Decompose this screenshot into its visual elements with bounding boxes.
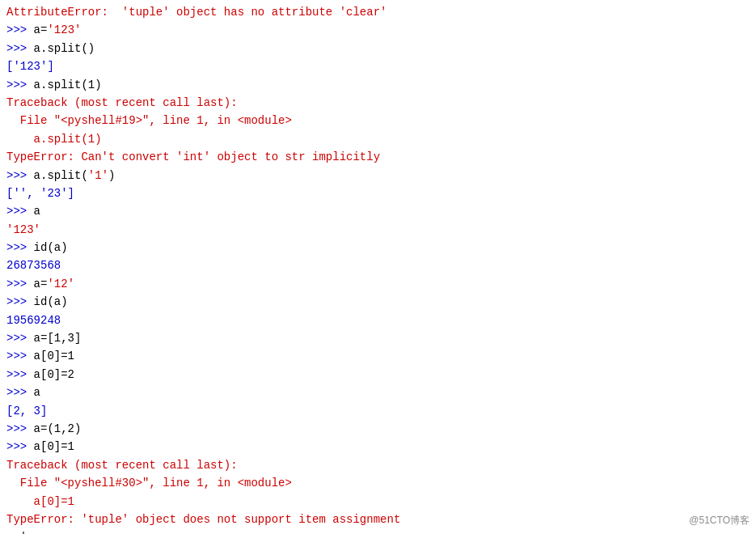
terminal-line: >>> a.split()	[6, 40, 750, 57]
terminal-window: AttributeError: 'tuple' object has no at…	[0, 0, 756, 534]
terminal-line: ['123']	[6, 57, 750, 75]
terminal-line: TypeError: 'tuple' object does not suppo…	[6, 511, 750, 528]
terminal-line: File "<pyshell#30>", line 1, in <module>	[6, 474, 750, 492]
terminal-line: 19569248	[6, 312, 750, 329]
terminal-line: >>> a[0]=1	[6, 347, 750, 365]
terminal-line: [2, 3]	[6, 402, 750, 420]
terminal-line: TypeError: Can't convert 'int' object to…	[6, 148, 750, 166]
terminal-line: |	[6, 528, 750, 534]
terminal-line: >>> a=[1,3]	[6, 329, 750, 347]
watermark: @51CTO博客	[689, 513, 750, 528]
terminal-line: AttributeError: 'tuple' object has no at…	[6, 3, 750, 21]
terminal-line: >>> a.split(1)	[6, 76, 750, 94]
terminal-line: >>> id(a)	[6, 239, 750, 256]
terminal-line: >>> a[0]=1	[6, 438, 750, 456]
terminal-line: >>> a='123'	[6, 21, 750, 39]
terminal-line: >>> a=(1,2)	[6, 420, 750, 438]
output-lines: AttributeError: 'tuple' object has no at…	[6, 3, 750, 534]
terminal-line: ['', '23']	[6, 184, 750, 202]
terminal-line: >>> id(a)	[6, 293, 750, 311]
terminal-line: >>> a	[6, 384, 750, 401]
terminal-line: Traceback (most recent call last):	[6, 456, 750, 474]
terminal-line: >>> a='12'	[6, 275, 750, 293]
terminal-line: >>> a[0]=2	[6, 366, 750, 384]
terminal-line: a[0]=1	[6, 493, 750, 511]
terminal-line: 26873568	[6, 256, 750, 274]
terminal-line: >>> a.split('1')	[6, 167, 750, 184]
terminal-line: a.split(1)	[6, 130, 750, 148]
terminal-line: >>> a	[6, 202, 750, 220]
terminal-line: '123'	[6, 221, 750, 239]
terminal-line: File "<pyshell#19>", line 1, in <module>	[6, 112, 750, 129]
terminal-line: Traceback (most recent call last):	[6, 94, 750, 112]
